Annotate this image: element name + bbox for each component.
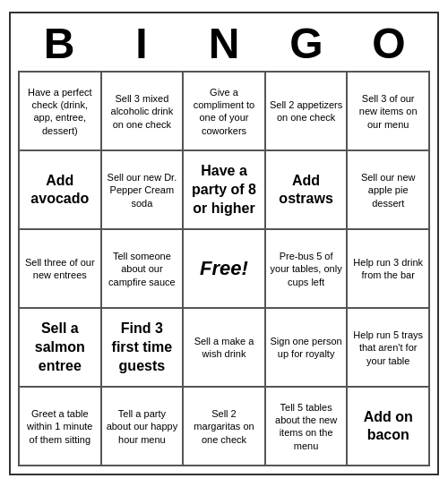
letter-g: G: [267, 21, 346, 68]
bingo-cell-13[interactable]: Pre-bus 5 of your tables, only cups left: [265, 229, 348, 308]
bingo-cell-11[interactable]: Tell someone about our campfire sauce: [101, 229, 184, 308]
bingo-grid: Have a perfect check (drink, app, entree…: [18, 71, 430, 466]
bingo-cell-6[interactable]: Sell our new Dr. Pepper Cream soda: [101, 150, 184, 229]
bingo-cell-1[interactable]: Sell 3 mixed alcoholic drink on one chec…: [101, 72, 184, 150]
bingo-cell-3[interactable]: Sell 2 appetizers on one check: [265, 72, 348, 150]
bingo-cell-0[interactable]: Have a perfect check (drink, app, entree…: [19, 72, 101, 150]
bingo-cell-19[interactable]: Help run 5 trays that aren't for your ta…: [347, 308, 429, 387]
bingo-cell-18[interactable]: Sign one person up for royalty: [265, 308, 348, 387]
bingo-cell-7[interactable]: Have a party of 8 or higher: [183, 150, 265, 229]
letter-i: I: [102, 21, 181, 68]
bingo-cell-24[interactable]: Add on bacon: [347, 387, 429, 466]
letter-n: N: [185, 21, 263, 68]
bingo-card: B I N G O Have a perfect check (drink, a…: [9, 12, 439, 476]
bingo-cell-14[interactable]: Help run 3 drink from the bar: [347, 229, 429, 308]
letter-b: B: [20, 21, 99, 68]
bingo-cell-23[interactable]: Tell 5 tables about the new items on the…: [265, 387, 348, 466]
bingo-cell-4[interactable]: Sell 3 of our new items on our menu: [347, 72, 429, 150]
bingo-cell-16[interactable]: Find 3 first time guests: [101, 308, 184, 387]
bingo-cell-20[interactable]: Greet a table within 1 minute of them si…: [19, 387, 101, 466]
bingo-cell-2[interactable]: Give a compliment to one of your coworke…: [183, 72, 265, 150]
bingo-cell-15[interactable]: Sell a salmon entree: [19, 308, 101, 387]
bingo-cell-22[interactable]: Sell 2 margaritas on one check: [183, 387, 265, 466]
bingo-cell-12[interactable]: Free!: [183, 229, 265, 308]
bingo-header: B I N G O: [18, 21, 430, 68]
letter-o: O: [349, 21, 428, 68]
bingo-cell-9[interactable]: Sell our new apple pie dessert: [347, 150, 429, 229]
bingo-cell-5[interactable]: Add avocado: [19, 150, 101, 229]
bingo-cell-10[interactable]: Sell three of our new entrees: [19, 229, 101, 308]
bingo-cell-21[interactable]: Tell a party about our happy hour menu: [101, 387, 184, 466]
bingo-cell-17[interactable]: Sell a make a wish drink: [183, 308, 265, 387]
bingo-cell-8[interactable]: Add ostraws: [265, 150, 348, 229]
